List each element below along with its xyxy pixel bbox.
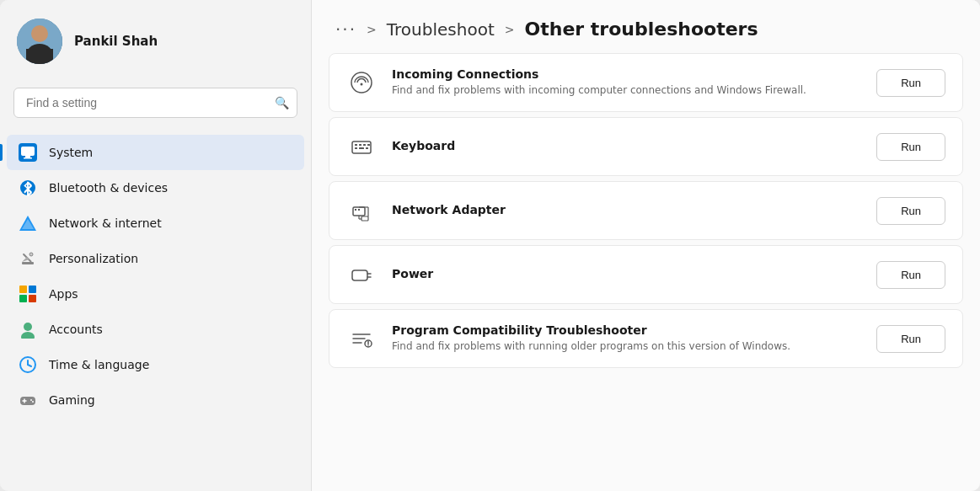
sidebar-item-time-label: Time & language xyxy=(49,358,149,371)
svg-rect-6 xyxy=(24,157,32,159)
sidebar-item-personalization-label: Personalization xyxy=(49,252,138,265)
svg-rect-35 xyxy=(363,144,366,146)
svg-rect-5 xyxy=(25,156,30,157)
network-icon xyxy=(19,214,37,232)
svg-line-24 xyxy=(28,365,31,366)
keyboard-content: Keyboard xyxy=(392,139,861,155)
program-compatibility-run-button[interactable]: Run xyxy=(876,325,945,353)
power-title: Power xyxy=(392,267,861,280)
avatar xyxy=(17,19,62,64)
svg-point-15 xyxy=(29,253,33,256)
incoming-connections-content: Incoming Connections Find and fix proble… xyxy=(392,67,861,98)
incoming-connections-icon xyxy=(346,67,377,98)
main-header: ··· > Troubleshoot > Other troubleshoote… xyxy=(312,0,980,53)
gaming-icon xyxy=(19,391,37,409)
sidebar-item-gaming[interactable]: Gaming xyxy=(7,382,304,418)
svg-rect-39 xyxy=(367,144,370,146)
settings-window: Pankil Shah 🔍 System xyxy=(0,0,980,491)
program-compatibility-icon xyxy=(346,323,377,354)
svg-rect-34 xyxy=(359,144,361,146)
bluetooth-icon xyxy=(19,179,37,197)
search-box: 🔍 xyxy=(13,88,297,118)
time-icon xyxy=(19,355,37,374)
sidebar-item-accounts[interactable]: Accounts xyxy=(7,312,304,347)
power-icon xyxy=(346,259,377,290)
svg-point-1 xyxy=(31,25,48,42)
svg-rect-40 xyxy=(353,207,365,216)
svg-point-31 xyxy=(361,83,363,86)
sidebar-item-gaming-label: Gaming xyxy=(49,393,95,407)
svg-rect-13 xyxy=(22,262,34,264)
svg-rect-48 xyxy=(352,270,367,280)
svg-rect-43 xyxy=(361,216,368,221)
incoming-connections-title: Incoming Connections xyxy=(392,67,861,81)
svg-rect-37 xyxy=(359,147,364,149)
svg-rect-42 xyxy=(358,209,360,211)
network-adapter-icon xyxy=(346,195,377,226)
accounts-icon xyxy=(19,320,37,339)
keyboard-run-button[interactable]: Run xyxy=(876,133,945,161)
profile-section[interactable]: Pankil Shah xyxy=(0,0,311,83)
svg-point-21 xyxy=(21,332,35,339)
sidebar-item-bluetooth[interactable]: Bluetooth & devices xyxy=(7,170,304,205)
main-content: ··· > Troubleshoot > Other troubleshoote… xyxy=(312,0,980,491)
troubleshooter-power: Power Run xyxy=(329,245,963,304)
network-adapter-run-button[interactable]: Run xyxy=(876,197,945,225)
svg-point-28 xyxy=(30,399,32,401)
apps-icon xyxy=(19,285,37,303)
profile-name: Pankil Shah xyxy=(74,34,158,49)
svg-rect-41 xyxy=(355,209,356,211)
program-compatibility-content: Program Compatibility Troubleshooter Fin… xyxy=(392,323,861,354)
svg-rect-16 xyxy=(19,286,27,293)
sidebar-item-personalization[interactable]: Personalization xyxy=(7,241,304,276)
power-run-button[interactable]: Run xyxy=(876,261,945,289)
network-adapter-content: Network Adapter xyxy=(392,203,861,219)
breadcrumb-link[interactable]: Troubleshoot xyxy=(387,19,495,40)
program-compatibility-title: Program Compatibility Troubleshooter xyxy=(392,323,861,337)
breadcrumb-sep2: > xyxy=(505,23,515,36)
svg-point-29 xyxy=(32,401,34,403)
sidebar-item-bluetooth-label: Bluetooth & devices xyxy=(49,181,168,195)
sidebar: Pankil Shah 🔍 System xyxy=(0,0,312,491)
svg-point-56 xyxy=(367,344,369,346)
breadcrumb-dots[interactable]: ··· xyxy=(335,19,356,40)
svg-rect-18 xyxy=(19,295,27,302)
search-icon: 🔍 xyxy=(275,96,289,109)
power-content: Power xyxy=(392,267,861,283)
incoming-connections-desc: Find and fix problems with incoming comp… xyxy=(392,83,861,98)
troubleshooter-network-adapter: Network Adapter Run xyxy=(329,181,963,240)
sidebar-nav: System Bluetooth & devices xyxy=(0,131,311,491)
keyboard-title: Keyboard xyxy=(392,139,861,152)
sidebar-item-system-label: System xyxy=(49,146,93,159)
program-compatibility-desc: Find and fix problems with running older… xyxy=(392,339,861,354)
breadcrumb-sep1: > xyxy=(367,23,377,36)
sidebar-item-apps-label: Apps xyxy=(49,287,78,301)
sidebar-item-time[interactable]: Time & language xyxy=(7,347,304,382)
sidebar-item-network-label: Network & internet xyxy=(49,216,162,230)
breadcrumb-current: Other troubleshooters xyxy=(525,19,758,40)
troubleshooters-list: Incoming Connections Find and fix proble… xyxy=(312,53,980,491)
sidebar-item-accounts-label: Accounts xyxy=(49,323,103,336)
troubleshooter-keyboard: Keyboard Run xyxy=(329,117,963,176)
svg-point-20 xyxy=(24,323,32,331)
search-input[interactable] xyxy=(13,88,297,118)
svg-rect-19 xyxy=(29,295,36,302)
svg-rect-4 xyxy=(21,147,35,156)
personalization-icon xyxy=(19,249,37,268)
svg-rect-38 xyxy=(366,147,368,149)
network-adapter-title: Network Adapter xyxy=(392,203,861,216)
incoming-connections-run-button[interactable]: Run xyxy=(876,69,945,97)
sidebar-item-apps[interactable]: Apps xyxy=(7,276,304,312)
sidebar-item-network[interactable]: Network & internet xyxy=(7,205,304,241)
troubleshooter-incoming-connections: Incoming Connections Find and fix proble… xyxy=(329,53,963,112)
svg-rect-33 xyxy=(355,144,357,146)
system-icon xyxy=(19,143,37,162)
keyboard-icon xyxy=(346,131,377,162)
svg-rect-36 xyxy=(355,147,357,149)
troubleshooter-program-compatibility: Program Compatibility Troubleshooter Fin… xyxy=(329,309,963,368)
svg-rect-17 xyxy=(29,286,36,293)
svg-rect-3 xyxy=(26,49,53,64)
sidebar-item-system[interactable]: System xyxy=(7,135,304,170)
